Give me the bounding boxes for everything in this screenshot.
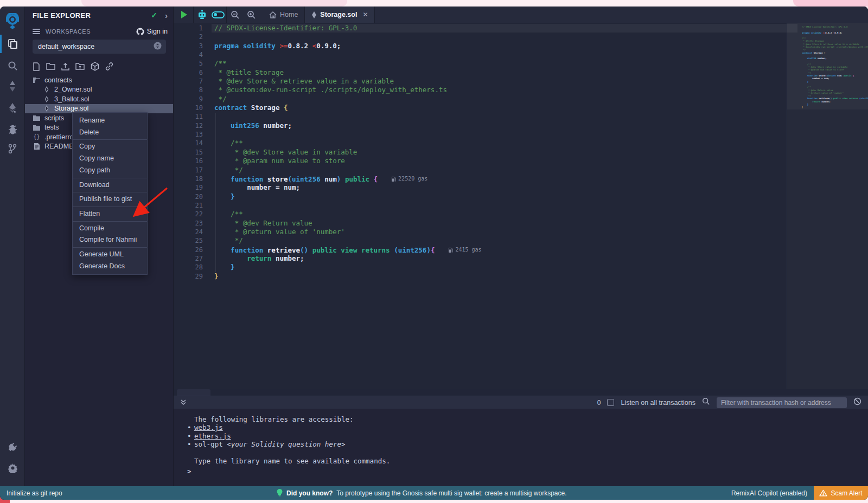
home-icon: [269, 11, 277, 18]
close-tab-icon[interactable]: ✕: [362, 11, 368, 18]
line-numbers: 1234567891011121314151617181920212223242…: [174, 24, 212, 281]
cube-icon[interactable]: [90, 62, 99, 71]
menu-item-generate-docs[interactable]: Generate Docs: [73, 261, 147, 273]
browser-chrome-pill: [81, 0, 347, 7]
line-number: 19: [174, 183, 203, 192]
search-icon[interactable]: [0, 55, 25, 76]
play-icon: [181, 11, 187, 18]
tree-item-2-owner-sol[interactable]: 2_Owner.sol: [25, 85, 173, 95]
workspaces-menu-icon[interactable]: [33, 28, 40, 35]
zoom-out-icon[interactable]: [227, 7, 243, 23]
code-line-10: contract Storage {: [214, 104, 787, 112]
copilot-status[interactable]: RemixAI Copilot (enabled): [731, 489, 807, 497]
line-number: 18: [174, 175, 203, 183]
menu-item-generate-uml[interactable]: Generate UML: [73, 249, 147, 261]
transaction-filter-input[interactable]: [717, 397, 847, 408]
debugger-icon[interactable]: [0, 119, 25, 140]
remix-logo-icon[interactable]: [0, 11, 25, 31]
terminal-drag-handle[interactable]: [177, 389, 210, 396]
library-link[interactable]: ethers.js: [194, 432, 231, 440]
git-icon[interactable]: [0, 138, 25, 159]
explorer-toolbar: [31, 62, 114, 72]
line-number: 13: [174, 130, 203, 139]
menu-item-copy[interactable]: Copy: [73, 141, 147, 153]
terminal-output[interactable]: The following libraries are accessible:•…: [174, 409, 868, 486]
link-icon[interactable]: [105, 62, 114, 71]
line-number: 11: [174, 112, 203, 121]
minimap[interactable]: // SPDX-License-Identifier: GPL-3.0 prag…: [787, 23, 868, 389]
github-sign-in[interactable]: Sign in: [136, 28, 168, 35]
tree-item-label: Storage.sol: [54, 105, 88, 112]
workspace-name: default_workspace: [38, 43, 94, 50]
upload-file-icon[interactable]: [61, 62, 70, 71]
run-script-button[interactable]: [174, 7, 193, 23]
menu-item-copy-name[interactable]: Copy name: [73, 153, 147, 165]
line-number: 5: [174, 59, 203, 68]
git-init-button[interactable]: Initialize as git repo: [7, 489, 62, 497]
line-number: 7: [174, 77, 203, 86]
file-explorer-icon[interactable]: [0, 34, 25, 54]
library-link[interactable]: web3.js: [194, 423, 223, 431]
scam-alert-button[interactable]: Scam Alert: [814, 486, 868, 500]
chevron-right-icon[interactable]: ›: [165, 11, 168, 20]
settings-gear-icon[interactable]: [0, 457, 25, 478]
menu-item-compile[interactable]: Compile: [73, 223, 147, 235]
menu-item-compile-for-nahmii[interactable]: Compile for Nahmii: [73, 234, 147, 246]
listen-checkbox[interactable]: [607, 399, 614, 406]
code-line-17: */: [214, 166, 787, 175]
code-line-12: uint256 number;: [214, 121, 787, 130]
line-number: 2: [174, 33, 203, 41]
main-area: Home Storage.sol ✕ 123456789101112131415…: [174, 7, 868, 486]
terminal-resize-strip[interactable]: [174, 389, 868, 396]
terminal-line: •web3.js: [194, 423, 868, 431]
check-icon[interactable]: ✓: [151, 11, 157, 20]
line-number: 4: [174, 50, 203, 59]
clear-terminal-icon[interactable]: [853, 397, 861, 408]
folder-open-icon: [33, 77, 41, 83]
new-folder-icon[interactable]: [46, 62, 55, 71]
terminal-line: •sol-gpt <your Solidity question here>: [194, 440, 868, 448]
github-icon: [136, 28, 144, 35]
upload-folder-icon[interactable]: [75, 62, 85, 71]
select-caret-icon: [154, 42, 162, 52]
line-number: 10: [174, 104, 203, 112]
zoom-in-icon[interactable]: [243, 7, 259, 23]
line-number: 21: [174, 201, 203, 210]
terminal-prompt[interactable]: >: [187, 467, 192, 475]
expand-terminal-icon[interactable]: [180, 398, 187, 408]
menu-item-publish-file-to-gist[interactable]: Publish file to gist: [73, 194, 147, 205]
menu-item-delete[interactable]: Delete: [73, 127, 147, 139]
tab-storage-sol[interactable]: Storage.sol ✕: [305, 7, 374, 23]
fuel-pump-icon: [392, 176, 396, 182]
new-file-icon[interactable]: [31, 62, 41, 71]
workspace-select[interactable]: default_workspace: [33, 40, 166, 54]
copilot-toggle[interactable]: [210, 7, 226, 23]
code-line-1: // SPDX-License-Identifier: GPL-3.0: [212, 24, 797, 33]
solidity-file-icon: [44, 86, 49, 93]
remixai-robot-icon[interactable]: [194, 7, 210, 23]
deploy-and-run-icon[interactable]: [0, 98, 25, 118]
menu-item-rename[interactable]: Rename: [73, 115, 147, 127]
terminal-line: Type the library name to see available c…: [194, 457, 868, 465]
divider: [374, 7, 375, 23]
code-editor[interactable]: 1234567891011121314151617181920212223242…: [174, 23, 868, 389]
tree-item-label: scripts: [44, 114, 64, 122]
code-line-26: function retrieve() public view returns …: [214, 246, 787, 254]
remix-app-window: FILE EXPLORER ✓ › WORKSPACES Sign in def…: [0, 7, 868, 500]
tree-item-contracts[interactable]: contracts: [25, 75, 173, 85]
lightbulb-icon: [277, 489, 283, 497]
line-number: 20: [174, 192, 203, 201]
menu-item-download[interactable]: Download: [73, 179, 147, 191]
terminal-line: The following libraries are accessible:: [194, 415, 868, 423]
solidity-compiler-icon[interactable]: [0, 76, 25, 96]
tree-item-3-ballot-sol[interactable]: 3_Ballot.sol: [25, 94, 173, 104]
tab-home[interactable]: Home: [263, 7, 304, 23]
plugin-manager-icon[interactable]: [0, 436, 25, 457]
menu-item-flatten[interactable]: Flatten: [73, 208, 147, 220]
code-line-14: /**: [214, 139, 787, 147]
code-line-2: [214, 33, 787, 41]
terminal-toolbar: 0 Listen on all transactions: [174, 396, 868, 409]
terminal-search-icon[interactable]: [702, 397, 710, 408]
menu-divider: [73, 207, 147, 207]
menu-item-copy-path[interactable]: Copy path: [73, 165, 147, 177]
